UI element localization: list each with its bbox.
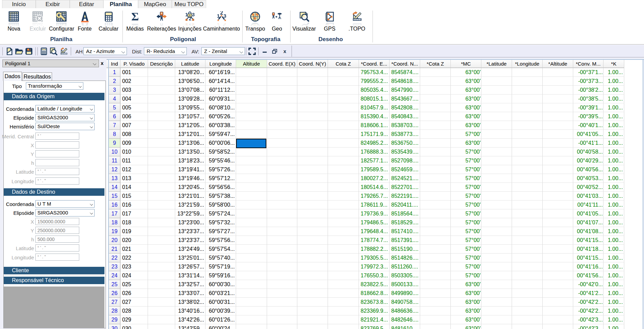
svg-text:2: 2 — [189, 16, 192, 21]
svg-text:1: 1 — [185, 12, 188, 17]
svg-text:2: 2 — [220, 11, 223, 16]
svg-text:1: 1 — [217, 13, 220, 19]
svg-text:3: 3 — [224, 13, 226, 19]
svg-text:3: 3 — [192, 12, 195, 17]
svg-text:Σ: Σ — [131, 11, 139, 22]
